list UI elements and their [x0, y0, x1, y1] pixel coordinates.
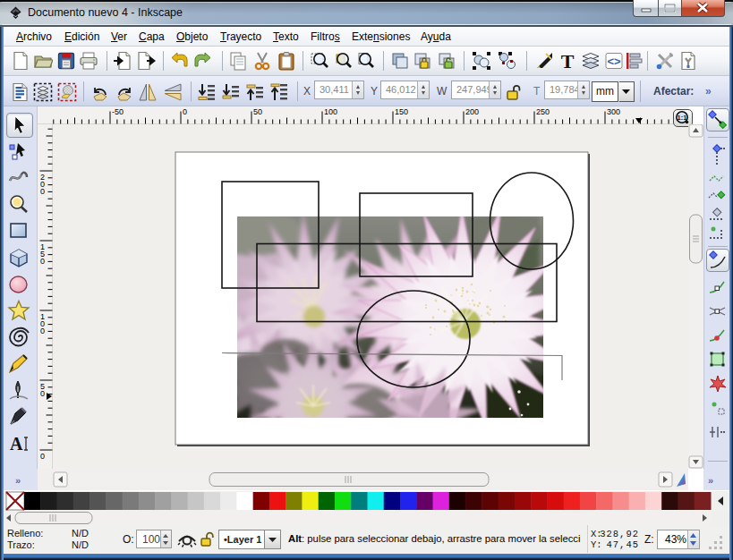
svg-text:1:1: 1:1	[678, 114, 687, 122]
svg-text:150: 150	[395, 107, 408, 116]
svg-text:T: T	[561, 51, 575, 71]
svg-text:250: 250	[536, 107, 550, 116]
svg-text:300: 300	[607, 107, 620, 116]
svg-text:0: 0	[40, 257, 45, 266]
svg-text:-50: -50	[112, 107, 124, 116]
svg-text:200: 200	[465, 107, 479, 116]
svg-text:<>: <>	[607, 55, 621, 68]
svg-text:50: 50	[253, 107, 262, 116]
svg-text:0: 0	[40, 327, 45, 335]
svg-text:0: 0	[40, 389, 45, 398]
svg-text:A: A	[10, 434, 23, 454]
svg-text:0: 0	[40, 452, 45, 461]
svg-text:0: 0	[183, 107, 187, 116]
svg-text:100: 100	[324, 107, 337, 116]
svg-text:0: 0	[40, 187, 45, 196]
